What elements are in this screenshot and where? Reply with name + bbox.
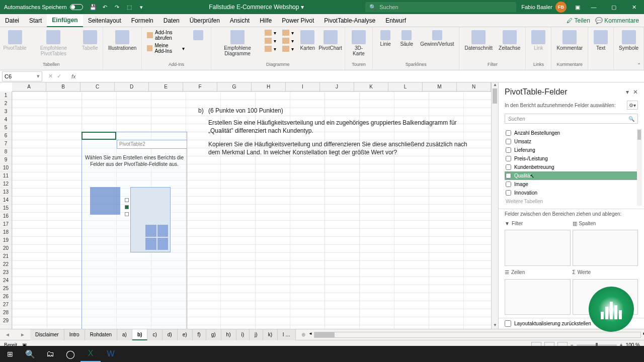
undo-icon[interactable]: ↶ (101, 3, 109, 11)
row-header[interactable]: 23 (0, 268, 12, 277)
row-header[interactable]: 17 (0, 220, 12, 228)
taskbar-app-1[interactable]: 🗂 (40, 346, 60, 362)
col-header[interactable]: L (388, 82, 423, 91)
save-icon[interactable]: 💾 (89, 3, 97, 11)
3dmap-button[interactable]: 3D-Karte (348, 29, 369, 57)
tab-nav-prev[interactable]: ◄ (0, 332, 15, 337)
sheet-tab[interactable]: a) (117, 329, 132, 340)
scroll-down-icon[interactable]: ▼ (492, 323, 499, 329)
user-account[interactable]: Fabio Basler FB (516, 2, 572, 13)
row-header[interactable]: 11 (0, 172, 12, 180)
horizontal-scrollbar[interactable]: ◄ ► (314, 332, 641, 338)
taskbar-search-icon[interactable]: 🔍 (20, 346, 40, 362)
row-header[interactable]: 29 (0, 317, 12, 325)
chart-type-1[interactable]: ▾ (263, 29, 278, 36)
scroll-thumb[interactable] (493, 88, 497, 104)
menu-tab-seitenlayout[interactable]: Seitenlayout (83, 14, 126, 27)
scroll-up-icon[interactable]: ▲ (492, 82, 499, 88)
menu-tab-pivottable-analyse[interactable]: PivotTable-Analyse (319, 14, 380, 27)
autosave-toggle[interactable]: Automatisches Speichern (0, 4, 87, 10)
row-header[interactable]: 20 (0, 244, 12, 252)
sparkline-column-button[interactable]: Säule (397, 29, 416, 48)
row-header[interactable]: 14 (0, 196, 12, 204)
timeline-button[interactable]: Zeitachse (497, 29, 522, 52)
menu-tab-einfügen[interactable]: Einfügen (47, 14, 83, 27)
fx-icon[interactable]: fx (71, 73, 76, 79)
text-button[interactable]: Text (591, 29, 610, 52)
symbols-button[interactable]: Symbole (617, 29, 640, 52)
chart-type-4[interactable]: ▾ (280, 29, 296, 36)
sheet-tab[interactable]: f) (193, 329, 206, 340)
spreadsheet-grid[interactable]: ABCDEFGHIJKLMN 1234567891011121314151617… (0, 82, 491, 329)
slicer-button[interactable]: Datenschnitt (462, 29, 495, 52)
col-header[interactable]: G (217, 82, 252, 91)
sheet-tab[interactable]: l … (278, 329, 296, 340)
sparkline-winloss-button[interactable]: Gewinn/Verlust (418, 29, 456, 48)
recommended-charts-button[interactable]: Empfohlene Diagramme (214, 29, 261, 57)
touch-icon[interactable]: ⬚ (125, 3, 133, 11)
menu-tab-hilfe[interactable]: Hilfe (255, 14, 277, 27)
sheet-tab[interactable]: g) (206, 329, 221, 340)
comments-button[interactable]: 💬 Kommentare (595, 17, 639, 24)
addin-icon[interactable] (189, 29, 208, 41)
row-header[interactable]: 25 (0, 285, 12, 293)
row-header[interactable]: 18 (0, 228, 12, 236)
field-scrollbar[interactable] (637, 129, 642, 206)
tab-nav-next[interactable]: ► (15, 332, 30, 337)
filter-dropzone[interactable] (505, 230, 571, 266)
sheet-tab[interactable]: i) (236, 329, 250, 340)
row-header[interactable]: 10 (0, 164, 12, 172)
field-item[interactable]: Preis-/Leistung (505, 154, 642, 163)
table-button[interactable]: Tabelle (80, 29, 100, 52)
menu-tab-power pivot[interactable]: Power Pivot (277, 14, 319, 27)
row-header[interactable]: 6 (0, 132, 12, 140)
menu-tab-start[interactable]: Start (24, 14, 47, 27)
field-item[interactable]: Umsatz (505, 137, 642, 146)
col-header[interactable]: N (457, 82, 491, 91)
chart-type-2[interactable]: ▾ (263, 37, 278, 44)
row-header[interactable]: 28 (0, 309, 12, 317)
taskbar-word-icon[interactable]: W (101, 346, 121, 362)
link-button[interactable]: Link (529, 29, 548, 52)
col-header[interactable]: H (252, 82, 286, 91)
menu-tab-ansicht[interactable]: Ansicht (225, 14, 255, 27)
pivotchart-button[interactable]: PivotChart (319, 29, 342, 52)
row-header[interactable]: 27 (0, 301, 12, 309)
col-header[interactable]: K (354, 82, 388, 91)
share-button[interactable]: 🖊 Teilen (567, 17, 590, 24)
formula-input[interactable] (79, 71, 644, 81)
sparkline-line-button[interactable]: Linie (376, 29, 395, 48)
row-header[interactable]: 4 (0, 116, 12, 124)
field-search-input[interactable]: Suchen🔍 (505, 114, 638, 124)
row-header[interactable]: 3 (0, 108, 12, 116)
col-header[interactable]: E (149, 82, 183, 91)
row-header[interactable]: 2 (0, 100, 12, 108)
minimize-button[interactable]: — (584, 0, 604, 14)
col-header[interactable]: M (423, 82, 457, 91)
taskbar-excel-icon[interactable]: X (80, 346, 101, 362)
recommended-pivot-button[interactable]: Empfohlene PivotTables (29, 29, 78, 57)
col-header[interactable]: J (320, 82, 354, 91)
sheet-tab[interactable]: h) (221, 329, 236, 340)
col-header[interactable]: D (115, 82, 149, 91)
my-addins-button[interactable]: Meine Add-Ins ▾ (145, 42, 186, 54)
more-tables[interactable]: Weitere Tabellen (505, 197, 642, 206)
maps-button[interactable]: Karten (298, 29, 317, 52)
col-header[interactable]: B (46, 82, 80, 91)
name-box[interactable]: C6▾ (2, 71, 42, 81)
field-item[interactable]: Innovation (505, 189, 642, 197)
search-box[interactable]: 🔍 Suchen (365, 2, 516, 12)
vertical-scrollbar[interactable]: ▲ ▼ (491, 82, 498, 329)
collapse-ribbon-icon[interactable]: ⌃ (637, 62, 641, 68)
menu-tab-überprüfen[interactable]: Überprüfen (185, 14, 225, 27)
chart-type-3[interactable]: ▾ (263, 45, 278, 52)
field-item[interactable]: Qualität▾ (505, 171, 642, 180)
row-header[interactable]: 19 (0, 236, 12, 244)
sheet-tab[interactable]: j) (250, 329, 263, 340)
field-item[interactable]: Kundenbetreuung (505, 163, 642, 171)
row-header[interactable]: 1 (0, 92, 12, 100)
menu-tab-datei[interactable]: Datei (0, 14, 24, 27)
columns-dropzone[interactable] (573, 230, 638, 266)
row-header[interactable]: 21 (0, 252, 12, 260)
active-cell[interactable] (82, 132, 116, 140)
